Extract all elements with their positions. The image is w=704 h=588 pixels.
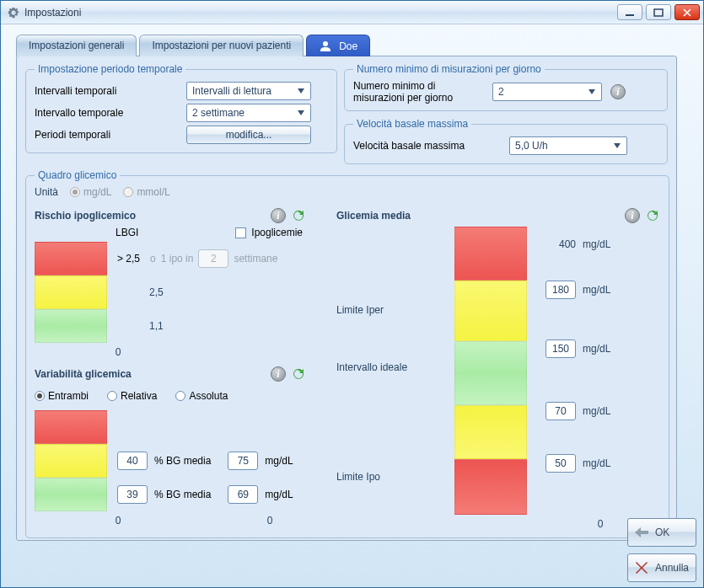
hypo-row-red: > 2,5 o 1 ipo in 2 settimane [35, 242, 306, 275]
radio-mmol: mmol/L [123, 186, 169, 198]
input-yellow-pct[interactable]: 40 [117, 452, 148, 470]
radio-entrambi[interactable]: Entrambi [35, 390, 89, 402]
seg-red-top [454, 227, 527, 281]
tab-new-patients[interactable]: Impostazioni per nuovi pazienti [139, 35, 304, 56]
reset-icon[interactable] [645, 208, 660, 223]
titlebar: Impostazioni [1, 1, 703, 24]
group-quadro: Quadro glicemico Unità mg/dL mmol/L Risc… [25, 169, 669, 538]
hypo-foot: 0 [82, 346, 154, 358]
label-ipoglicemie: Ipoglicemie [251, 227, 303, 238]
input-yellow-mgdl[interactable]: 75 [228, 452, 258, 470]
tabstrip: Impostazioni generali Impostazioni per n… [16, 35, 696, 56]
button-annulla[interactable]: Annulla [627, 553, 696, 582]
label-basal: Velocità basale massima [353, 140, 501, 152]
gmedia-stack: Limite Iper Intervallo ideale Limite Ipo [336, 227, 660, 515]
label-min-meas: Numero minimo di misurazioni per giorno [353, 80, 484, 104]
select-intervalli[interactable]: Intervalli di lettura [186, 82, 311, 100]
button-modifica[interactable]: modifica... [186, 126, 311, 144]
window: Impostazioni Impostazioni generali Impos… [0, 0, 704, 588]
color-red [35, 410, 107, 444]
hypo-green-value: 1,1 [149, 320, 164, 332]
hypo-row-yellow: 2,5 [35, 275, 306, 309]
label-lbgi: LBGI [116, 227, 175, 238]
gm-top-val: 400 [545, 238, 576, 250]
label-intervalli-temporali: Intervalli temporali [35, 85, 178, 97]
select-intervallo[interactable]: 2 settimane [186, 104, 311, 122]
color-yellow [35, 444, 107, 478]
label-pct-bg: % BG media [154, 455, 211, 467]
seg-yellow-top [454, 281, 527, 341]
label-ideale: Intervallo ideale [336, 361, 446, 373]
window-title: Impostazioni [24, 7, 614, 19]
button-ok[interactable]: OK [627, 518, 696, 547]
side-buttons: OK Annulla [627, 518, 696, 582]
radio-assoluta[interactable]: Assoluta [175, 390, 228, 402]
vari-foot-right: 0 [234, 515, 306, 527]
tab-doe[interactable]: Doe [306, 35, 370, 56]
input-green-pct[interactable]: 39 [117, 485, 148, 504]
info-icon[interactable]: i [271, 366, 286, 382]
color-green [35, 309, 107, 343]
group-basal: Velocità basale massima Velocità basale … [344, 118, 668, 164]
info-icon[interactable]: i [610, 84, 626, 99]
group-period-legend: Impostazione periodo temporale [35, 63, 185, 75]
tab-general[interactable]: Impostazioni generali [16, 35, 137, 56]
input-ipo-count: 2 [198, 249, 228, 268]
hypo-yellow-value: 2,5 [149, 286, 164, 298]
input-green-mgdl[interactable]: 69 [228, 485, 258, 504]
reset-icon[interactable] [291, 366, 306, 382]
checkbox-ipoglicemie[interactable] [235, 227, 246, 238]
seg-green [454, 341, 527, 405]
info-icon[interactable]: i [625, 208, 640, 223]
label-intervallo-temporale: Intervallo temporale [35, 107, 178, 119]
minimize-button[interactable] [617, 4, 642, 20]
title-gmedia: Glicemia media [336, 210, 625, 222]
input-70[interactable]: 70 [545, 402, 576, 420]
gm-unit: mg/dL [583, 343, 610, 355]
title-vari: Variabilità glicemica [35, 368, 271, 380]
close-button[interactable] [674, 4, 700, 20]
seg-yellow-bottom [454, 405, 527, 459]
gear-icon [8, 7, 19, 19]
color-yellow [35, 275, 107, 309]
select-basal[interactable]: 5,0 U/h [509, 136, 627, 155]
gm-unit: mg/dL [583, 405, 610, 417]
hypo-red-value: > 2,5 [117, 253, 140, 265]
vari-row-red [35, 410, 306, 444]
group-min-measurements-legend: Numero minimo di misurazioni per giorno [353, 63, 545, 75]
svg-rect-0 [626, 14, 634, 16]
label-iper: Limite Iper [336, 304, 446, 316]
gm-unit: mg/dL [583, 284, 610, 296]
info-icon[interactable]: i [271, 208, 286, 223]
left-column: Rischio ipoglicemico i LBGI Ipogli [35, 203, 306, 530]
chevron-down-icon [295, 85, 307, 97]
gm-top-unit: mg/dL [583, 238, 610, 250]
group-basal-legend: Velocità basale massima [353, 118, 471, 130]
seg-red-bottom [454, 459, 527, 515]
radio-relativa[interactable]: Relativa [107, 390, 157, 402]
tab-panel: Impostazione periodo temporale Intervall… [16, 56, 677, 541]
group-quadro-legend: Quadro glicemico [35, 169, 120, 181]
maximize-button[interactable] [646, 4, 671, 20]
hypo-row-green: 1,1 [35, 309, 306, 343]
select-min-meas[interactable]: 2 [492, 83, 602, 101]
reset-icon[interactable] [291, 208, 306, 223]
chevron-down-icon [295, 107, 307, 119]
input-iper[interactable]: 180 [545, 281, 576, 299]
gm-foot: 0 [564, 518, 637, 530]
label-mgdl: mg/dL [265, 489, 293, 500]
input-ipo[interactable]: 50 [545, 454, 576, 473]
label-pct-bg: % BG media [154, 489, 211, 500]
group-min-measurements: Numero minimo di misurazioni per giorno … [344, 63, 668, 111]
ok-arrow-icon [633, 524, 650, 541]
gm-unit: mg/dL [583, 457, 610, 469]
input-150[interactable]: 150 [545, 339, 576, 358]
label-mgdl: mg/dL [265, 455, 293, 467]
group-period: Impostazione periodo temporale Intervall… [25, 63, 337, 153]
label-ipo: Limite Ipo [336, 471, 446, 483]
title-hypo: Rischio ipoglicemico [35, 210, 271, 222]
vari-foot-left: 0 [82, 515, 154, 527]
radio-mgdl: mg/dL [70, 186, 111, 198]
content-area: Impostazioni generali Impostazioni per n… [1, 24, 703, 588]
hypo-sep: o [150, 253, 156, 265]
